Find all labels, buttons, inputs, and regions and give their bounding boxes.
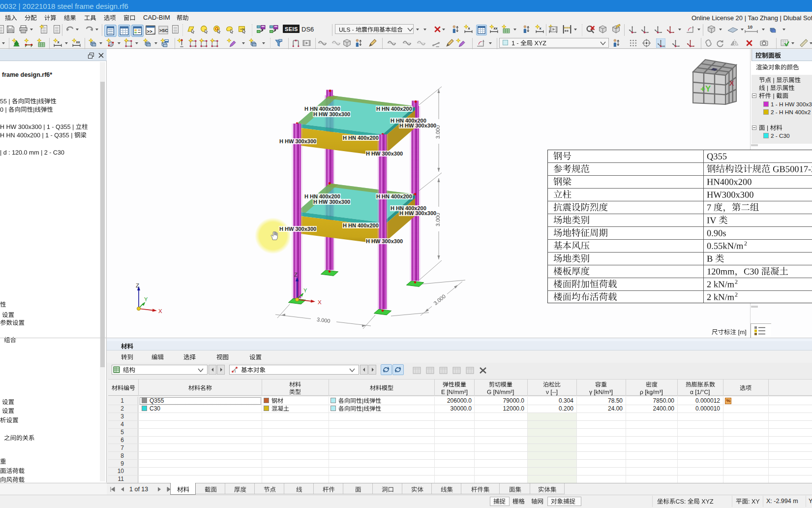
svg-text:>>_: >>_ [147, 29, 155, 34]
svg-text:x: x [57, 40, 60, 44]
svg-text:I: I [235, 369, 236, 373]
svg-text:xx: xx [493, 26, 498, 31]
svg-text:x: x [468, 26, 470, 31]
svg-text:+Y: +Y [700, 84, 711, 94]
svg-text:X: X [729, 79, 734, 87]
svg-text:x: x [539, 26, 541, 31]
svg-text:xx: xx [76, 40, 80, 44]
svg-text:>SC: >SC [159, 28, 168, 33]
